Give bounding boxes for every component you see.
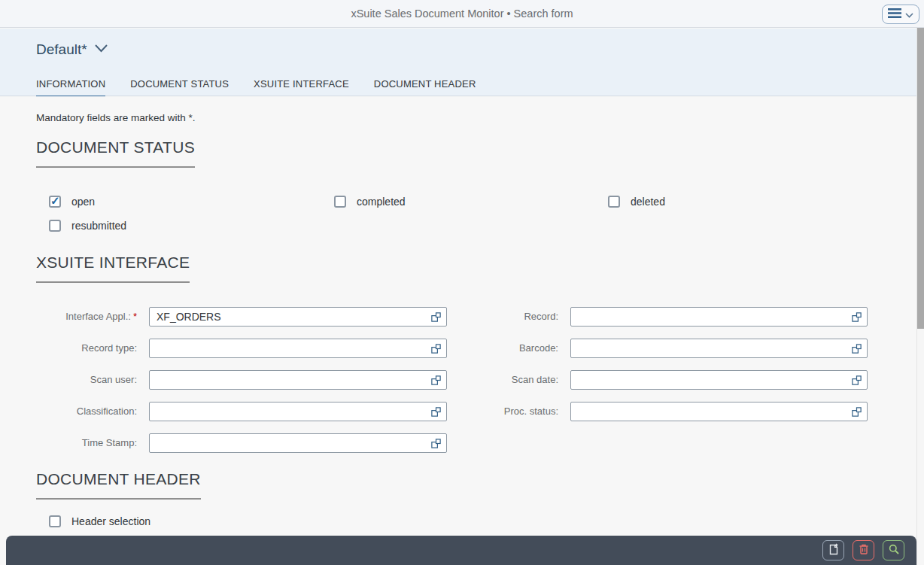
form-row: Scan user: Scan date:: [0, 370, 916, 390]
field-label-scan-date: Scan date:: [421, 370, 558, 390]
checkbox-box[interactable]: [334, 196, 346, 208]
checkbox-box[interactable]: [49, 196, 61, 208]
required-asterisk: *: [133, 311, 137, 322]
checkbox-label: open: [71, 196, 95, 208]
top-bar: xSuite Sales Document Monitor • Search f…: [0, 0, 924, 28]
footer-actions: [822, 540, 904, 560]
checkbox-label: completed: [357, 196, 406, 208]
tab-bar: INFORMATION DOCUMENT STATUS XSUITE INTER…: [36, 78, 476, 98]
section-title-document-header: DOCUMENT HEADER: [36, 470, 201, 500]
section-title-xsuite-interface: XSUITE INTERFACE: [36, 254, 190, 283]
scan-date-field[interactable]: [570, 370, 868, 390]
field-label-barcode: Barcode:: [421, 339, 558, 358]
value-help-icon[interactable]: [851, 311, 862, 323]
classification-field[interactable]: [149, 402, 447, 421]
time-stamp-input[interactable]: [150, 434, 446, 452]
value-help-icon[interactable]: [851, 375, 862, 386]
delete-button[interactable]: [853, 540, 874, 560]
checkbox-resubmitted[interactable]: resubmitted: [49, 220, 126, 232]
checkbox-header-selection[interactable]: Header selection: [49, 515, 150, 527]
checkbox-box[interactable]: [49, 220, 61, 232]
field-label-record: Record:: [421, 307, 558, 327]
tab-information[interactable]: INFORMATION: [36, 78, 105, 98]
scrollbar-track[interactable]: [916, 28, 924, 565]
scan-user-input[interactable]: [150, 371, 446, 389]
interface-appl-field[interactable]: [149, 307, 447, 327]
save-variant-button[interactable]: [822, 540, 844, 560]
document-star-icon: [827, 542, 840, 558]
chevron-down-icon: [94, 43, 108, 56]
time-stamp-field[interactable]: [149, 433, 447, 453]
field-label-scan-user: Scan user:: [0, 370, 137, 390]
variant-name: Default*: [36, 41, 87, 58]
section-title-document-status: DOCUMENT STATUS: [36, 138, 195, 168]
field-label-classification: Classification:: [0, 402, 137, 421]
checkbox-label: Header selection: [71, 515, 150, 527]
proc-status-field[interactable]: [570, 402, 868, 421]
field-label-record-type: Record type:: [0, 339, 137, 358]
tab-xsuite-interface[interactable]: XSUITE INTERFACE: [254, 78, 349, 98]
value-help-icon[interactable]: [430, 438, 442, 449]
form-row: Record type: Barcode:: [0, 339, 916, 358]
window-menu-button[interactable]: [882, 5, 919, 24]
chevron-down-icon: [905, 8, 913, 21]
checkbox-box[interactable]: [608, 196, 620, 208]
scan-user-field[interactable]: [149, 370, 447, 390]
checkbox-box[interactable]: [49, 515, 61, 527]
checkbox-open[interactable]: open: [49, 196, 95, 208]
checkbox-label: resubmitted: [71, 220, 126, 232]
app-title: xSuite Sales Document Monitor • Search f…: [0, 0, 924, 28]
value-help-icon[interactable]: [851, 343, 862, 354]
barcode-input[interactable]: [571, 339, 867, 357]
record-type-field[interactable]: [149, 339, 447, 358]
interface-appl-input[interactable]: [150, 308, 446, 326]
checkbox-label: deleted: [631, 196, 665, 208]
checkbox-deleted[interactable]: deleted: [608, 196, 665, 208]
barcode-field[interactable]: [570, 339, 868, 358]
variant-selector[interactable]: Default*: [36, 41, 108, 58]
field-label-time-stamp: Time Stamp:: [0, 433, 137, 453]
form-row: Interface Appl.:* Record:: [0, 307, 916, 327]
checkbox-completed[interactable]: completed: [334, 196, 406, 208]
record-field[interactable]: [570, 307, 868, 327]
tab-document-header[interactable]: DOCUMENT HEADER: [374, 78, 476, 98]
footer-toolbar: [6, 536, 916, 565]
field-label-interface-appl: Interface Appl.:*: [0, 307, 137, 327]
record-type-input[interactable]: [150, 339, 446, 357]
search-button[interactable]: [883, 540, 904, 560]
search-form: Mandatory fields are marked with *. DOCU…: [0, 96, 916, 536]
search-icon: [888, 543, 900, 557]
page-header: Default* INFORMATION DOCUMENT STATUS XSU…: [0, 29, 924, 96]
scan-date-input[interactable]: [571, 371, 867, 389]
mandatory-note: Mandatory fields are marked with *.: [36, 112, 196, 123]
proc-status-input[interactable]: [571, 402, 867, 421]
value-help-icon[interactable]: [851, 406, 862, 418]
hamburger-icon: [888, 8, 901, 21]
field-label-proc-status: Proc. status:: [421, 402, 558, 421]
trash-icon: [858, 543, 870, 557]
record-input[interactable]: [571, 308, 867, 326]
form-row: Classification: Proc. status:: [0, 402, 916, 421]
scrollbar-thumb[interactable]: [917, 28, 924, 329]
tab-document-status[interactable]: DOCUMENT STATUS: [130, 78, 229, 98]
form-row: Time Stamp:: [0, 433, 916, 453]
classification-input[interactable]: [150, 402, 446, 421]
